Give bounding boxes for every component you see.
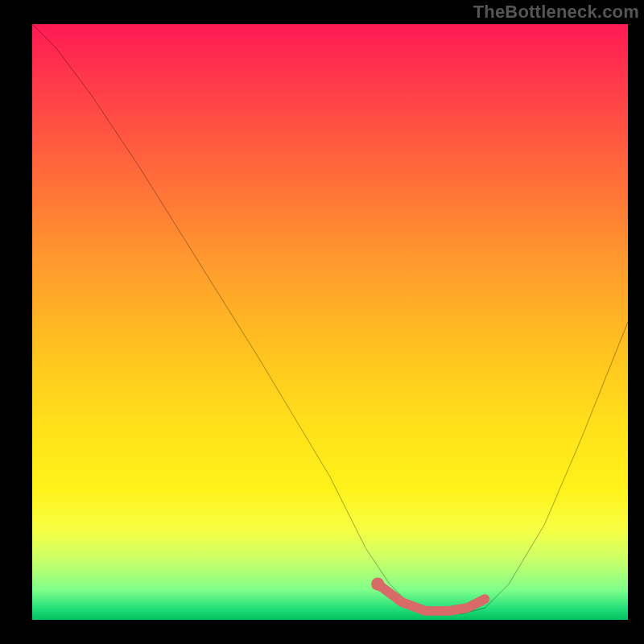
chart-frame: TheBottleneck.com (0, 0, 644, 644)
plot-area (32, 24, 628, 620)
watermark-text: TheBottleneck.com (473, 2, 639, 23)
highlight-path (378, 584, 485, 611)
highlight-start-dot (371, 577, 384, 590)
highlight-marker (32, 24, 628, 620)
